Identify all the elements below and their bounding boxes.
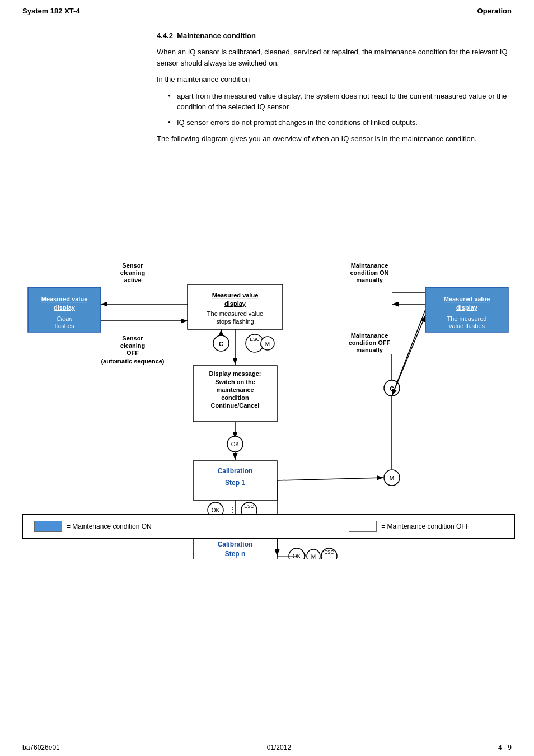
svg-text:cleaning: cleaning [120,342,146,349]
svg-text:Maintanance: Maintanance [351,262,388,269]
svg-text:display: display [224,300,246,307]
svg-text:C: C [219,340,223,347]
legend-on-label: = Maintenance condition ON [67,522,152,530]
svg-text:condition OFF: condition OFF [349,339,391,346]
legend-swatch-white [349,521,377,532]
svg-text:Sensor: Sensor [122,335,143,342]
svg-text:Clean: Clean [57,315,73,322]
svg-text:M: M [265,341,270,347]
header-right: Operation [477,7,512,15]
page-container: System 182 XT-4 Operation 4.4.2 Maintena… [0,0,534,756]
svg-line-70 [277,478,383,480]
svg-text:Continue/Cancel: Continue/Cancel [211,402,260,409]
svg-text:Sensor: Sensor [122,262,143,269]
legend-box: = Maintenance condition ON = Maintenance… [22,514,515,539]
svg-text:Measured value: Measured value [212,292,259,298]
svg-text:display: display [54,304,76,311]
svg-text:The measured value: The measured value [207,310,263,317]
section-title: 4.4.2 Maintenance condition [157,31,512,40]
svg-text:Step n: Step n [225,550,246,558]
svg-text:Step 1: Step 1 [225,479,245,487]
legend-off-label: = Maintenance condition OFF [381,522,470,530]
svg-text:ESC: ESC [244,503,254,509]
legend-off: = Maintenance condition OFF [349,521,470,532]
main-content: 4.4.2 Maintenance condition When an IQ s… [0,20,534,592]
svg-text:Measured value: Measured value [41,296,88,302]
diagram-container: Measured value display Clean flashes Mea… [22,156,515,559]
svg-text:condition ON: condition ON [350,269,388,276]
svg-text:Calibration: Calibration [218,467,253,475]
bullet-list: apart from the measured value display, t… [168,91,512,128]
svg-text:flashes: flashes [55,323,74,329]
svg-text:value flashes: value flashes [449,323,485,329]
svg-text:M: M [390,475,394,482]
header-left: System 182 XT-4 [22,7,80,15]
section-intro2: In the maintenance condition [157,74,512,85]
header-bar: System 182 XT-4 Operation [0,0,534,20]
svg-text:OFF: OFF [127,349,139,356]
svg-text:M: M [311,554,316,559]
svg-text:maintenance: maintenance [216,386,254,393]
bullet-item-2: IQ sensor errors do not prompt changes i… [168,117,512,128]
bullet-item-1: apart from the measured value display, t… [168,91,512,113]
svg-text:active: active [124,277,141,283]
svg-text:OK: OK [212,507,220,514]
svg-text:Display message:: Display message: [209,370,261,377]
svg-text:Switch on the: Switch on the [215,379,255,385]
diagram-svg: Measured value display Clean flashes Mea… [22,156,515,559]
section-intro1: When an IQ sensor is calibrated, cleaned… [157,46,512,68]
svg-text:cleaning: cleaning [120,269,146,276]
svg-text:Maintanance: Maintanance [351,332,388,339]
svg-text:manually: manually [356,277,383,283]
svg-text:ESC: ESC [250,337,259,342]
footer-right: 4 - 9 [498,744,512,752]
svg-text:manually: manually [356,347,383,353]
svg-text:ESC: ESC [324,549,334,555]
footer-left: ba76026e01 [22,744,60,752]
svg-text:(automatic sequence): (automatic sequence) [101,358,164,365]
svg-text:OK: OK [231,441,240,447]
svg-text:The measured: The measured [447,315,487,322]
legend-swatch-blue [34,521,62,532]
section-intro3: The following diagram gives you an overv… [157,133,512,144]
svg-text:Calibration: Calibration [218,540,253,548]
svg-line-72 [392,315,425,396]
svg-text:Measured value: Measured value [444,296,490,302]
footer-bar: ba76026e01 01/2012 4 - 9 [0,739,534,756]
footer-center: 01/2012 [267,744,291,752]
svg-text:⋮: ⋮ [228,505,236,514]
svg-text:condition: condition [221,394,249,401]
svg-text:display: display [456,304,478,311]
legend-on: = Maintenance condition ON [34,521,152,532]
svg-text:stops flashing: stops flashing [216,318,254,325]
svg-text:/: / [305,554,306,559]
